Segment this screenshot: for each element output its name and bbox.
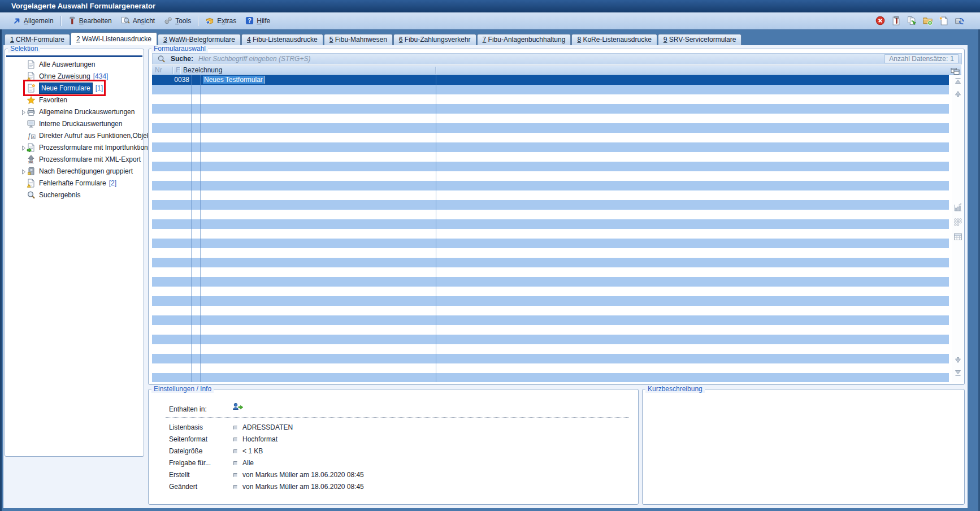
table-row-empty[interactable]	[152, 123, 949, 133]
column-header-bezeichnung[interactable]: Bezeichnung	[183, 66, 222, 75]
tab-kore-listenausdrucke[interactable]: 8 KoRe-Listenausdrucke	[571, 34, 657, 45]
table-row-empty[interactable]	[152, 162, 949, 171]
enthalten-in-label: Enthalten in:	[169, 404, 207, 414]
tab-fibu-listenausdrucke[interactable]: 4 Fibu-Listenausdrucke	[241, 34, 323, 45]
permissions-icon	[27, 167, 36, 176]
star-icon	[27, 96, 36, 105]
cards-view-icon[interactable]	[953, 218, 962, 227]
menu-extras[interactable]: Extras	[201, 15, 241, 27]
tree-item-suchergebnis[interactable]: Suchergebnis	[5, 189, 143, 201]
table-row-empty[interactable]	[152, 315, 949, 325]
table-row-empty[interactable]	[152, 287, 949, 296]
expand-arrow-icon[interactable]	[21, 145, 27, 151]
table-row-empty[interactable]	[152, 114, 949, 123]
tree-item-prozessformulare-import[interactable]: Prozessformulare mit Importfunktion	[5, 142, 143, 154]
table-row-empty[interactable]	[152, 258, 949, 267]
table-row-empty[interactable]	[152, 210, 949, 219]
table-row-empty[interactable]	[152, 239, 949, 248]
table-nav-strip	[952, 75, 964, 382]
add-folder-icon[interactable]	[923, 16, 933, 25]
menu-separator	[60, 16, 61, 26]
table-row-empty[interactable]	[152, 171, 949, 181]
tab-crm-formulare[interactable]: 1 CRM-Formulare	[5, 34, 70, 45]
expand-arrow-icon[interactable]	[21, 110, 27, 115]
table-row-empty[interactable]	[152, 267, 949, 277]
tab-fibu-zahlungsverkehr[interactable]: 6 Fibu-Zahlungsverkehr	[393, 34, 476, 45]
info-row-freigabe: Freigabe für... Alle	[149, 458, 638, 468]
copy-form-icon[interactable]	[907, 16, 917, 25]
expand-arrow-icon[interactable]	[21, 169, 27, 175]
menu-allgemein[interactable]: Allgemein	[8, 15, 58, 27]
table-empty-rows	[152, 85, 949, 382]
table-row-selected[interactable]: 0038 Neues Testformular	[152, 75, 949, 85]
table-row-empty[interactable]	[152, 104, 949, 114]
count-badge: [2]	[109, 179, 116, 187]
chart-view-icon[interactable]	[953, 203, 962, 212]
table-row-empty[interactable]	[152, 85, 949, 94]
gears-icon	[164, 16, 172, 25]
table-row-empty[interactable]	[152, 335, 949, 344]
column-chooser-icon[interactable]	[951, 67, 960, 75]
tree-item-fehlerhafte-formulare[interactable]: Fehlerhafte Formulare[2]	[5, 177, 143, 189]
column-divider[interactable]	[173, 67, 174, 74]
table-header[interactable]: Nr F Bezeichnung	[152, 66, 961, 75]
column-header-f[interactable]: F	[176, 66, 180, 75]
table-row-empty[interactable]	[152, 200, 949, 210]
column-divider[interactable]	[180, 67, 181, 74]
tree-item-direkter-aufruf[interactable]: Direkter Aufruf aus Funktionen,Objekten	[5, 130, 143, 142]
scroll-top-icon[interactable]	[953, 77, 962, 86]
table-row-empty[interactable]	[152, 181, 949, 190]
tree-item-interne-druckauswertungen[interactable]: Interne Druckauswertungen	[5, 118, 143, 130]
table-row-empty[interactable]	[152, 373, 949, 382]
table-row-empty[interactable]	[152, 344, 949, 354]
person-share-icon[interactable]	[232, 402, 244, 412]
table-row-empty[interactable]	[152, 277, 949, 287]
document-icon	[27, 60, 36, 69]
grid-view-icon[interactable]	[953, 232, 962, 241]
table-row-empty[interactable]	[152, 363, 949, 373]
column-header-nr[interactable]: Nr	[155, 66, 162, 75]
menu-bearbeiten[interactable]: Bearbeiten	[63, 15, 116, 27]
tab-srv-serviceformulare[interactable]: 9 SRV-Serviceformulare	[658, 34, 742, 45]
new-form-icon[interactable]	[939, 16, 948, 25]
menu-ansicht[interactable]: Ansicht	[116, 15, 159, 27]
scroll-bottom-icon[interactable]	[953, 368, 962, 377]
tree-item-allgemeine-druckauswertungen[interactable]: Allgemeine Druckauswertungen	[5, 106, 143, 118]
table-row-empty[interactable]	[152, 152, 949, 162]
table-row-empty[interactable]	[152, 325, 949, 335]
tab-fibu-mahnwesen[interactable]: 5 Fibu-Mahnwesen	[324, 34, 393, 45]
table-row-empty[interactable]	[152, 94, 949, 104]
table-row-empty[interactable]	[152, 229, 949, 239]
table-row-empty[interactable]	[152, 142, 949, 152]
edit-form-icon[interactable]	[891, 16, 901, 25]
scroll-down-icon[interactable]	[953, 356, 962, 365]
tree-item-prozessformulare-xml[interactable]: Prozessformulare mit XML-Export	[5, 154, 143, 166]
cell-bezeichnung[interactable]: Neues Testformular	[203, 75, 264, 85]
tree-item-nach-berechtigungen[interactable]: Nach Berechtigungen gruppiert	[5, 166, 143, 177]
refresh-icon[interactable]	[955, 16, 964, 25]
table-row-empty[interactable]	[152, 306, 949, 315]
tree-item-alle-auswertungen[interactable]: Alle Auswertungen	[5, 59, 143, 71]
table-row-empty[interactable]	[152, 248, 949, 258]
table-row-empty[interactable]	[152, 296, 949, 306]
tree-item-neue-formulare[interactable]: Neue Formulare[1]	[5, 83, 143, 94]
table-row-empty[interactable]	[152, 219, 949, 229]
cancel-icon[interactable]	[875, 16, 885, 25]
grid-line	[191, 75, 192, 382]
menu-hilfe[interactable]: Hilfe	[241, 15, 275, 27]
tree-item-ohne-zuweisung[interactable]: Ohne Zuweisung[434]	[5, 71, 143, 83]
table-row-empty[interactable]	[152, 190, 949, 200]
tab-fibu-anlagenbuchhaltung[interactable]: 7 Fibu-Anlagenbuchhaltung	[477, 34, 571, 45]
search-bar[interactable]: Suche: Hier Suchbegriff eingeben (STRG+S…	[152, 53, 962, 64]
window-title: Vorgelagerte Auswahl Formulargenerator	[11, 2, 155, 10]
search-input[interactable]: Hier Suchbegriff eingeben (STRG+S)	[198, 55, 310, 63]
table-row-empty[interactable]	[152, 354, 949, 363]
column-divider[interactable]	[436, 67, 436, 74]
tree-item-favoriten[interactable]: Favoriten	[5, 94, 143, 106]
menu-tools[interactable]: Tools	[159, 15, 196, 27]
tab-wawi-listenausdrucke[interactable]: 2 WaWi-Listenausdrucke	[71, 32, 157, 45]
table-row-empty[interactable]	[152, 133, 949, 142]
kurzbeschreibung-panel[interactable]	[642, 389, 965, 505]
tab-wawi-belegformulare[interactable]: 3 WaWi-Belegformulare	[158, 34, 241, 45]
scroll-up-icon[interactable]	[953, 89, 962, 98]
